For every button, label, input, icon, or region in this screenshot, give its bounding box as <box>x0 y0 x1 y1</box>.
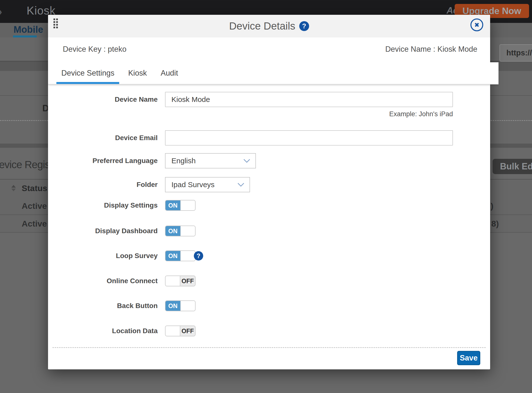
status-cell: Active <box>22 219 47 229</box>
device-details-modal: Device Details ? ✖ Device Key : pteko De… <box>48 15 490 369</box>
device-email-input[interactable] <box>165 130 453 146</box>
device-name-input[interactable] <box>165 92 453 107</box>
tab-kiosk[interactable]: Kiosk <box>123 62 152 84</box>
tab-mobile[interactable]: Mobile <box>14 24 43 35</box>
bulk-edit-devices-button[interactable]: Bulk Edit Dev <box>493 159 532 174</box>
toggle-state-label: OFF <box>180 276 195 286</box>
device-name-row: Device Name <box>48 92 490 107</box>
tab-audit[interactable]: Audit <box>156 62 183 84</box>
back-button-label: Back Button <box>48 302 158 310</box>
device-name-hint: Example: John's iPad <box>165 110 453 118</box>
back-button-toggle[interactable]: ON <box>165 300 196 311</box>
toggle-knob <box>180 251 195 261</box>
loop-survey-help-icon[interactable]: ? <box>194 251 203 261</box>
toggle-knob <box>166 326 180 336</box>
preferred-language-label: Preferred Language <box>48 157 158 165</box>
tab-mobile-underline <box>13 35 37 37</box>
folder-label: Folder <box>48 181 158 189</box>
clipped-cell: ) <box>491 201 493 211</box>
online-connect-label: Online Connect <box>48 277 158 285</box>
save-button[interactable]: Save <box>457 351 480 365</box>
breadcrumb-chevron-icon: › <box>0 5 2 18</box>
preferred-language-value: English <box>171 157 196 165</box>
display-settings-toggle[interactable]: ON <box>165 200 196 211</box>
toggle-state-label: OFF <box>180 326 195 336</box>
preferred-language-select[interactable]: English <box>165 153 256 168</box>
online-connect-row: Online Connect OFF <box>48 276 490 286</box>
modal-title-row: Device Details ? <box>48 15 490 37</box>
loop-survey-toggle[interactable]: ON <box>165 250 196 261</box>
back-button-row: Back Button ON <box>48 300 490 311</box>
display-settings-row: Display Settings ON <box>48 200 490 211</box>
device-name-text: Device Name : Kiosk Mode <box>385 45 477 54</box>
device-email-label: Device Email <box>48 134 158 142</box>
screen: { "topbar": { "breadcrumb_chevron": "›",… <box>0 0 532 393</box>
toggle-state-label: ON <box>166 200 180 210</box>
loop-survey-label: Loop Survey <box>48 252 158 260</box>
close-icon[interactable]: ✖ <box>470 18 483 31</box>
status-cell: Active <box>22 201 47 211</box>
display-dashboard-row: Display Dashboard ON <box>48 226 490 236</box>
folder-select[interactable]: Ipad Surveys <box>165 177 250 192</box>
toggle-state-label: ON <box>166 226 180 236</box>
device-name-label: Device Name <box>48 96 158 103</box>
help-icon[interactable]: ? <box>299 21 309 31</box>
kiosk-url-input[interactable] <box>499 44 532 62</box>
display-settings-label: Display Settings <box>48 201 158 209</box>
clipped-cell: 8) <box>491 219 499 229</box>
toggle-state-label: ON <box>166 301 180 311</box>
modal-tabs: Device Settings Kiosk Audit <box>48 62 499 84</box>
modal-header: Device Details ? ✖ <box>48 15 490 38</box>
preferred-language-row: Preferred Language English <box>48 153 490 168</box>
location-data-label: Location Data <box>48 327 158 335</box>
online-connect-toggle[interactable]: OFF <box>165 276 196 286</box>
chevron-down-icon <box>237 182 245 187</box>
modal-title: Device Details <box>229 20 295 32</box>
device-key-text: Device Key : pteko <box>63 45 126 54</box>
folder-row: Folder Ipad Surveys <box>48 177 490 192</box>
display-dashboard-toggle[interactable]: ON <box>165 226 196 236</box>
device-meta-row: Device Key : pteko Device Name : Kiosk M… <box>48 37 490 62</box>
folder-value: Ipad Surveys <box>171 180 215 189</box>
location-data-toggle[interactable]: OFF <box>165 326 196 336</box>
toggle-state-label: ON <box>166 251 180 261</box>
status-column-header[interactable]: Status <box>22 183 47 193</box>
toggle-knob <box>180 301 195 311</box>
device-registration-heading: evice Registr <box>0 159 56 171</box>
loop-survey-row: Loop Survey ON ? <box>48 250 490 261</box>
device-email-row: Device Email <box>48 130 490 146</box>
tab-device-settings[interactable]: Device Settings <box>56 62 119 84</box>
sort-icon[interactable] <box>11 184 16 192</box>
footer-divider <box>52 347 486 348</box>
chevron-down-icon <box>243 159 250 163</box>
toggle-knob <box>180 226 195 236</box>
location-data-row: Location Data OFF <box>48 326 490 336</box>
display-dashboard-label: Display Dashboard <box>48 227 158 235</box>
toggle-knob <box>166 276 180 286</box>
toggle-knob <box>180 200 195 210</box>
